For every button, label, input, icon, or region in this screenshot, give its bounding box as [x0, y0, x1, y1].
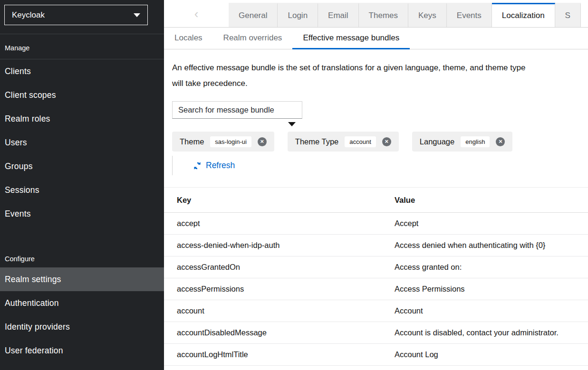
bundle-value: Account Log: [387, 344, 588, 366]
times-circle-icon[interactable]: [258, 137, 267, 146]
bundle-value: Access granted on:: [387, 256, 588, 278]
subtab-locales[interactable]: Locales: [164, 28, 213, 49]
bundle-value: Access Permissions: [387, 278, 588, 300]
column-header-key: Key: [164, 188, 387, 213]
chip-value: sas-login-ui: [210, 136, 251, 147]
table-row: account Account: [164, 300, 588, 322]
bundle-value: Account is disabled, contact your admini…: [387, 322, 588, 344]
subtab-effective-message-bundles[interactable]: Effective message bundles: [292, 28, 410, 49]
bundle-key: accessGrantedOn: [164, 256, 387, 278]
nav-section-gap: [0, 226, 164, 245]
table-row: access-denied-when-idp-auth Access denie…: [164, 235, 588, 256]
chip-value: account: [345, 136, 376, 147]
sidebar-item-events[interactable]: Events: [0, 202, 164, 226]
search-input[interactable]: [172, 101, 302, 119]
sidebar-item-groups[interactable]: Groups: [0, 154, 164, 178]
table-row: accessPermissions Access Permissions: [164, 278, 588, 300]
bundle-key: accountDisabledMessage: [164, 322, 387, 344]
chevron-down-icon: [134, 13, 140, 17]
tab-general[interactable]: General: [229, 3, 278, 27]
filter-chip-language: Language english: [412, 132, 513, 152]
times-circle-icon[interactable]: [382, 137, 391, 146]
page-description: An effective message bundle is the set o…: [172, 60, 588, 91]
bundle-key: access-denied-when-idp-auth: [164, 235, 387, 256]
sidebar-item-realm-roles[interactable]: Realm roles: [0, 107, 164, 131]
bundle-key: accessPermissions: [164, 278, 387, 300]
description-line-2: will take precedence.: [172, 76, 588, 91]
table-row: accessGrantedOn Access granted on:: [164, 256, 588, 278]
table-row: accept Accept: [164, 213, 588, 235]
subtab-realm-overrides[interactable]: Realm overrides: [213, 28, 293, 49]
bundle-value: Accept: [387, 213, 588, 235]
effective-bundles-section: An effective message bundle is the set o…: [164, 49, 588, 187]
bundle-value: Account: [387, 300, 588, 322]
realm-selector[interactable]: Keycloak: [4, 5, 148, 25]
sidebar-item-clients[interactable]: Clients: [0, 59, 164, 83]
sidebar-item-realm-settings[interactable]: Realm settings: [0, 267, 164, 291]
sidebar: Keycloak Manage Clients Client scopes Re…: [0, 0, 164, 370]
refresh-button[interactable]: Refresh: [172, 156, 235, 175]
localization-subtabs: Locales Realm overrides Effective messag…: [164, 28, 588, 49]
filter-chip-row: Theme sas-login-ui Theme Type account La…: [172, 132, 588, 152]
sidebar-item-authentication[interactable]: Authentication: [0, 291, 164, 315]
sidebar-item-identity-providers[interactable]: Identity providers: [0, 315, 164, 339]
tab-scroll-left-button[interactable]: ‹: [164, 3, 229, 27]
bundle-key: accept: [164, 213, 387, 235]
chip-value: english: [461, 136, 490, 147]
tab-localization[interactable]: Localization: [492, 3, 555, 28]
table-header-row: Key Value: [164, 188, 588, 213]
table-row: accountDisabledMessage Account is disabl…: [164, 322, 588, 344]
description-line-1: An effective message bundle is the set o…: [172, 60, 588, 76]
filter-chip-theme-type: Theme Type account: [288, 132, 399, 152]
realm-settings-tabbar: ‹ General Login Email Themes Keys Events…: [164, 0, 588, 28]
message-bundle-table: Key Value accept Accept access-denied-wh…: [164, 187, 588, 366]
sync-icon: [193, 161, 202, 170]
tab-login[interactable]: Login: [278, 3, 318, 27]
filter-dropdown-caret-icon[interactable]: [288, 122, 296, 126]
chip-label: Language: [420, 137, 454, 146]
bundle-key: accountLogHtmlTitle: [164, 344, 387, 366]
tab-email[interactable]: Email: [318, 3, 359, 27]
bundle-key: account: [164, 300, 387, 322]
sidebar-nav: Manage Clients Client scopes Realm roles…: [0, 34, 164, 362]
sidebar-item-client-scopes[interactable]: Client scopes: [0, 83, 164, 107]
column-header-value: Value: [387, 188, 588, 213]
angle-left-icon: ‹: [194, 7, 199, 21]
main-content: ‹ General Login Email Themes Keys Events…: [164, 0, 588, 370]
tab-events[interactable]: Events: [447, 3, 492, 27]
chip-label: Theme Type: [295, 137, 338, 146]
nav-section-manage: Manage: [0, 34, 164, 59]
realm-name: Keycloak: [12, 10, 45, 20]
filter-chip-theme: Theme sas-login-ui: [172, 132, 274, 152]
search-area: [172, 101, 302, 119]
sidebar-item-sessions[interactable]: Sessions: [0, 178, 164, 202]
tab-themes[interactable]: Themes: [359, 3, 408, 27]
nav-section-configure: Configure: [0, 245, 164, 267]
chip-label: Theme: [180, 137, 204, 146]
times-circle-icon[interactable]: [496, 137, 505, 146]
tab-partial[interactable]: S: [555, 3, 581, 27]
tab-keys[interactable]: Keys: [408, 3, 447, 27]
refresh-label: Refresh: [206, 161, 235, 171]
table-row: accountLogHtmlTitle Account Log: [164, 344, 588, 366]
bundle-value: Access denied when authenticating with {…: [387, 235, 588, 256]
sidebar-item-user-federation[interactable]: User federation: [0, 339, 164, 362]
sidebar-item-users[interactable]: Users: [0, 131, 164, 154]
